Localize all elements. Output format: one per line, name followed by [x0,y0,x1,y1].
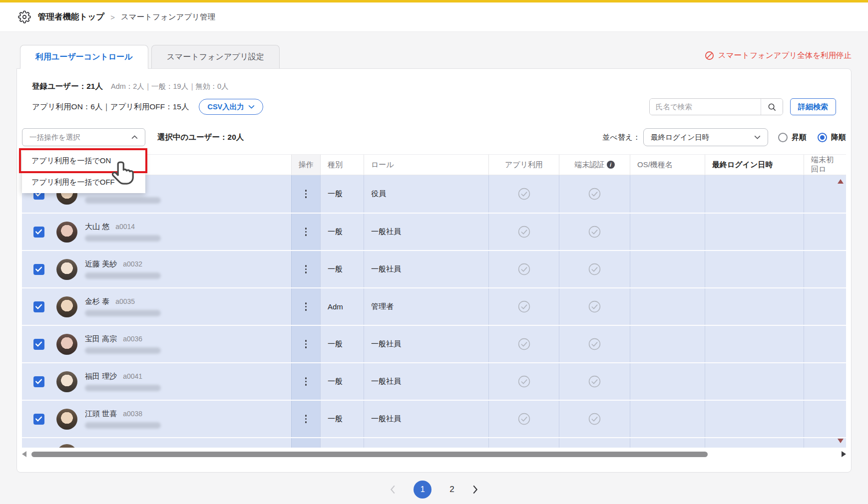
table-header-row: 操作 種別 ロール アプリ利用 端末認証 i OS/機種名 最終ログイン日時 端… [22,154,846,175]
row-checkbox-cell [22,326,55,362]
user-id: a0035 [115,297,135,305]
tab-user-control[interactable]: 利用ユーザーコントロール [20,45,148,68]
user-role: 一般社員 [364,363,488,400]
tab-app-settings[interactable]: スマートフォンアプリ設定 [151,45,280,68]
kebab-menu-icon[interactable] [302,187,310,201]
row-user-cell: 福田 理沙 a0041 [55,363,291,400]
row-operation-cell [291,288,320,325]
info-icon[interactable]: i [607,161,615,169]
check-circle-icon [588,187,601,201]
table-body: 柏木 綾子 a0000 一般 役員 [22,175,846,448]
scrollbar-track[interactable] [31,452,837,457]
user-type: 一般 [320,326,364,362]
row-checkbox-checked[interactable] [33,301,44,312]
user-name: 金杉 泰 [85,297,109,306]
search-input[interactable] [650,99,761,115]
user-type: Adm [320,288,364,325]
user-name: 宝田 高宗 [85,334,117,344]
first-device-login-cell [804,401,846,437]
row-operation-cell [291,214,320,250]
menu-item-bulk-off-label: アプリ利用を一括でOFF [31,178,115,187]
radio-descending-label: 降順 [831,133,846,142]
vertical-scroll-down-arrow[interactable] [838,439,844,443]
check-circle-icon [517,187,531,201]
app-usage-status-cell [488,214,559,250]
row-checkbox-checked[interactable] [33,339,44,350]
kebab-menu-icon[interactable] [302,225,310,239]
kebab-menu-icon[interactable] [302,337,310,351]
pagination-page-2[interactable]: 2 [449,485,454,495]
avatar [56,334,77,355]
last-login-cell [705,401,804,437]
row-checkbox-cell [22,363,55,400]
pagination-next[interactable] [472,485,478,494]
last-login-cell [705,363,804,400]
chevron-left-icon [390,485,396,494]
bulk-action-select[interactable]: 一括操作を選択 [22,128,145,146]
check-icon [35,416,42,422]
user-role: 管理者 [364,288,488,325]
menu-item-bulk-on[interactable]: アプリ利用を一括でON [22,150,145,172]
gear-icon [18,10,31,23]
user-id: a0038 [123,410,142,418]
os-cell [630,363,705,400]
user-type: 一般 [320,175,364,213]
header-os: OS/機種名 [630,155,705,175]
check-circle-icon [588,300,601,313]
check-icon [35,304,42,309]
user-email-redacted [85,347,161,354]
device-auth-status-cell [559,401,630,437]
first-device-login-cell [804,288,846,325]
registered-users-count: 登録ユーザー：21人 [32,81,103,92]
check-circle-icon [517,225,531,239]
app-usage-status-cell [488,251,559,287]
radio-ascending[interactable]: 昇順 [778,133,807,142]
header-device-auth: 端末認証 i [559,155,630,175]
stats-block: 登録ユーザー：21人 Adm：2人｜一般：19人｜無効：0人 アプリ利用ON：6… [17,69,851,115]
search-icon[interactable] [761,99,783,115]
row-user-cell: 近藤 美紗 a0032 [55,251,291,287]
advanced-search-button[interactable]: 詳細検索 [790,98,836,115]
check-circle-icon [588,375,601,388]
row-checkbox-checked[interactable] [33,376,44,387]
csv-import-export-button[interactable]: CSV入出力 [199,99,263,115]
scroll-right-arrow[interactable] [842,451,846,457]
prohibition-icon [705,51,714,60]
tabs-row: 利用ユーザーコントロール スマートフォンアプリ設定 スマートフォンアプリ全体を利… [16,45,852,68]
tab-user-control-label: 利用ユーザーコントロール [35,52,133,62]
vertical-scroll-up-arrow[interactable] [838,179,844,184]
app-usage-status-cell [488,363,559,400]
row-checkbox-checked[interactable] [33,264,44,275]
scrollbar-thumb[interactable] [31,452,708,457]
pagination-prev[interactable] [390,485,396,494]
sort-label: 並べ替え： [602,133,640,142]
row-operation-cell [291,363,320,400]
stop-all-apps-link[interactable]: スマートフォンアプリ全体を利用停止 [705,50,852,61]
first-device-login-cell [804,251,846,287]
kebab-menu-icon[interactable] [302,299,310,314]
avatar [56,222,77,243]
app-usage-status-cell [488,288,559,325]
avatar [56,409,77,430]
table-row: 金杉 泰 a0035 Adm 管理者 [22,287,846,325]
device-auth-status-cell [559,288,630,325]
header-operation: 操作 [291,155,320,175]
header-app-usage: アプリ利用 [488,155,559,175]
row-checkbox-checked[interactable] [33,227,44,238]
breadcrumb-root[interactable]: 管理者機能トップ [38,11,104,22]
menu-item-bulk-off[interactable]: アプリ利用を一括でOFF [22,172,145,193]
chevron-right-icon [472,485,478,494]
kebab-menu-icon[interactable] [302,262,310,276]
radio-descending[interactable]: 降順 [818,133,846,142]
breadcrumb-current: スマートフォンアプリ管理 [121,12,215,22]
sort-select-value: 最終ログイン日時 [651,133,709,142]
last-login-cell [705,175,804,213]
kebab-menu-icon[interactable] [302,374,310,389]
sort-select[interactable]: 最終ログイン日時 [643,128,768,146]
pagination-page-1[interactable]: 1 [414,481,432,499]
row-checkbox-checked[interactable] [33,414,44,425]
kebab-menu-icon[interactable] [302,412,310,426]
avatar [56,296,77,317]
scroll-left-arrow[interactable] [22,451,26,457]
app-header: 管理者機能トップ > スマートフォンアプリ管理 [0,2,868,32]
